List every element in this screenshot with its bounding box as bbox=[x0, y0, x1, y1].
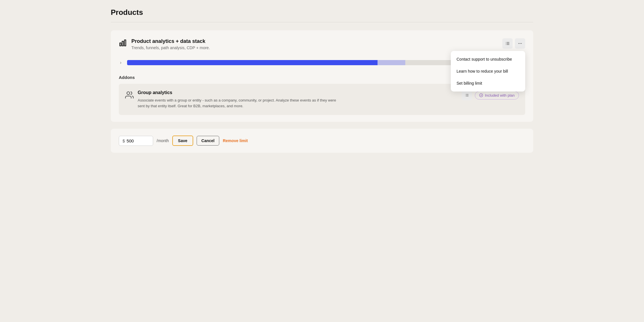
product-title: Product analytics + data stack bbox=[131, 38, 210, 44]
product-header: Product analytics + data stack Trends, f… bbox=[119, 38, 525, 50]
included-badge-label: Included with plan bbox=[485, 93, 515, 98]
addon-list-button[interactable] bbox=[462, 90, 472, 100]
usage-bar bbox=[127, 60, 475, 65]
list-view-button[interactable] bbox=[502, 38, 513, 49]
more-options-button[interactable] bbox=[515, 38, 525, 49]
addon-left: Group analytics Associate events with a … bbox=[125, 90, 457, 109]
addon-description: Associate events with a group or entity … bbox=[138, 98, 338, 109]
expand-button[interactable]: › bbox=[119, 59, 123, 66]
bar-chart-icon bbox=[119, 39, 127, 48]
svg-point-11 bbox=[521, 43, 522, 44]
addon-name: Group analytics bbox=[138, 90, 338, 95]
remove-limit-button[interactable]: Remove limit bbox=[223, 138, 248, 143]
set-billing-limit-item[interactable]: Set billing limit bbox=[451, 77, 525, 89]
page-container: Products Product analytics + data stack … bbox=[102, 0, 542, 161]
svg-rect-0 bbox=[120, 43, 121, 46]
dropdown-menu: Contact support to unsubscribe Learn how… bbox=[451, 51, 525, 92]
billing-amount-input[interactable] bbox=[127, 138, 144, 143]
bar-projected bbox=[378, 60, 405, 65]
product-header-left: Product analytics + data stack Trends, f… bbox=[119, 38, 210, 50]
group-icon bbox=[125, 91, 134, 100]
billing-period: /month bbox=[157, 138, 169, 143]
addon-right: Included with plan bbox=[462, 90, 519, 100]
product-card: Product analytics + data stack Trends, f… bbox=[111, 30, 533, 122]
svg-rect-1 bbox=[122, 41, 124, 46]
addon-info: Group analytics Associate events with a … bbox=[138, 90, 338, 109]
header-divider bbox=[111, 22, 533, 22]
billing-input-wrap: $ bbox=[119, 136, 153, 146]
svg-point-10 bbox=[520, 43, 521, 44]
bar-used bbox=[127, 60, 378, 65]
check-circle-icon bbox=[479, 93, 483, 97]
cancel-button[interactable]: Cancel bbox=[197, 136, 220, 146]
reduce-bill-item[interactable]: Learn how to reduce your bill bbox=[451, 65, 525, 77]
contact-support-item[interactable]: Contact support to unsubscribe bbox=[451, 53, 525, 65]
currency-symbol: $ bbox=[123, 138, 125, 143]
product-info: Product analytics + data stack Trends, f… bbox=[131, 38, 210, 50]
included-badge: Included with plan bbox=[475, 91, 519, 100]
svg-rect-2 bbox=[125, 40, 126, 46]
svg-point-12 bbox=[127, 92, 130, 95]
product-actions: Contact support to unsubscribe Learn how… bbox=[502, 38, 525, 49]
billing-footer: $ /month Save Cancel Remove limit bbox=[111, 129, 533, 153]
svg-point-9 bbox=[518, 43, 519, 44]
product-subtitle: Trends, funnels, path analysis, CDP + mo… bbox=[131, 45, 210, 50]
save-button[interactable]: Save bbox=[172, 136, 193, 146]
page-title: Products bbox=[111, 8, 533, 17]
